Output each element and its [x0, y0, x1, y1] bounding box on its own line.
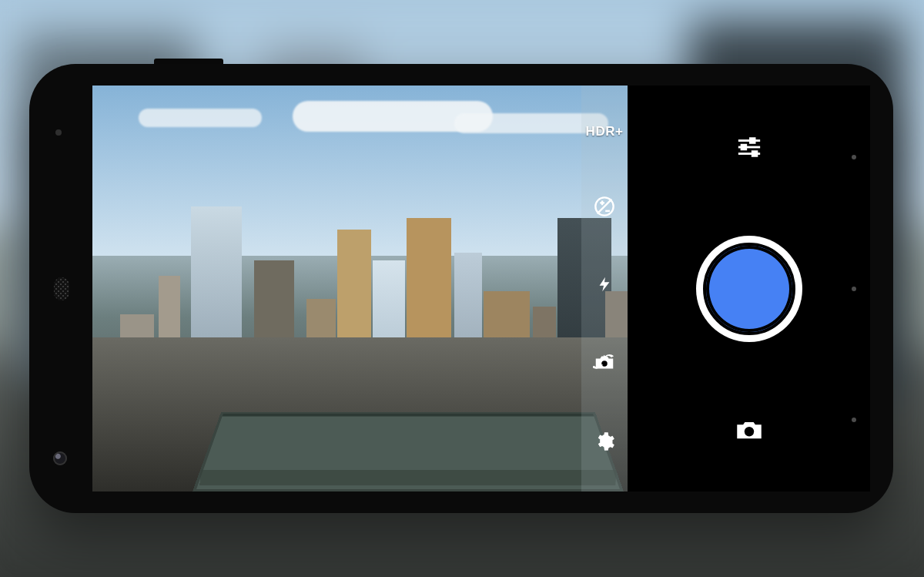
device-frame: HDR+: [29, 64, 893, 513]
nav-dot: [852, 287, 856, 291]
sliders-icon[interactable]: [734, 132, 765, 163]
screen: HDR+: [92, 86, 870, 491]
svg-rect-7: [752, 152, 757, 156]
viewfinder-options-column: HDR+: [581, 86, 628, 491]
exposure-icon[interactable]: [593, 195, 616, 218]
svg-rect-5: [742, 145, 746, 149]
camera-viewfinder[interactable]: HDR+: [92, 86, 628, 491]
hdr-toggle[interactable]: HDR+: [586, 124, 624, 139]
flash-icon[interactable]: [593, 273, 616, 296]
camera-mode-icon[interactable]: [734, 414, 765, 445]
device-led: [55, 129, 62, 136]
nav-dot: [852, 155, 856, 159]
device-front-camera: [53, 451, 67, 465]
stage: HDR+: [0, 0, 924, 577]
svg-rect-3: [750, 139, 755, 143]
nav-dot: [852, 418, 856, 422]
switch-camera-icon[interactable]: [593, 351, 616, 374]
svg-point-1: [601, 361, 608, 367]
shutter-button-inner: [703, 243, 795, 335]
svg-point-8: [744, 427, 753, 436]
shutter-button[interactable]: [696, 236, 802, 342]
camera-sidebar: [628, 86, 870, 491]
device-speaker-grill: [54, 277, 69, 300]
settings-icon[interactable]: [593, 430, 616, 453]
